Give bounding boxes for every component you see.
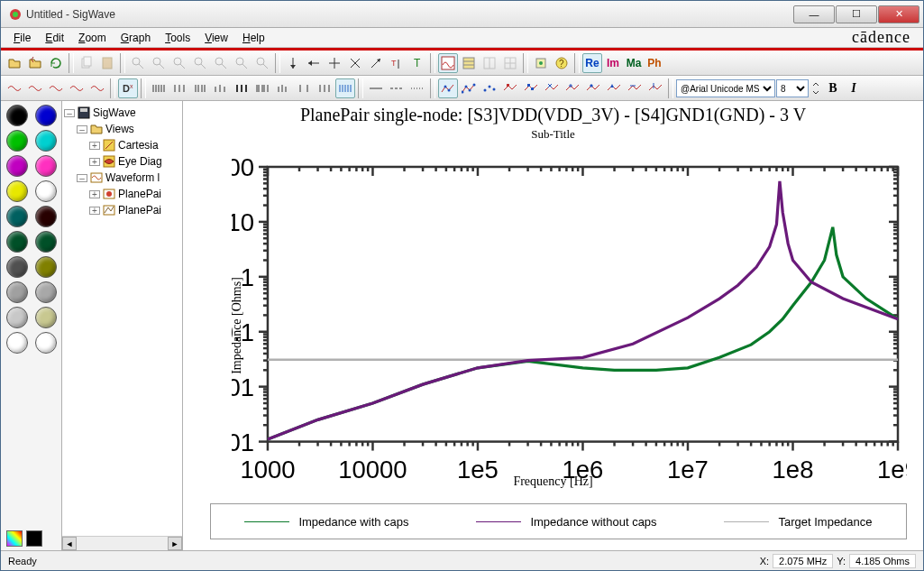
color-swatch-18[interactable] — [6, 332, 28, 354]
zoom-in-icon[interactable] — [128, 53, 148, 73]
bar5-icon[interactable] — [232, 78, 252, 98]
tree-pp2[interactable]: + PlanePai — [64, 202, 180, 218]
color-swatch-7[interactable] — [35, 180, 57, 202]
fontsize-up-icon[interactable] — [810, 78, 822, 98]
tree-views[interactable]: – Views — [64, 121, 180, 137]
color-swatch-19[interactable] — [35, 332, 57, 354]
menu-graph[interactable]: Graph — [114, 30, 158, 46]
zoom-x-icon[interactable] — [190, 53, 210, 73]
wave2-icon[interactable] — [25, 78, 45, 98]
tree-cartesian[interactable]: + Cartesia — [64, 137, 180, 153]
wave5-icon[interactable] — [87, 78, 107, 98]
copy-icon[interactable] — [77, 53, 96, 73]
pts11-icon[interactable] — [645, 78, 665, 98]
color-swatch-16[interactable] — [6, 307, 28, 328]
wave1-icon[interactable] — [5, 78, 24, 98]
real-button[interactable]: Re — [582, 53, 602, 73]
mag-button[interactable]: Ma — [624, 53, 644, 73]
settings-icon[interactable] — [531, 53, 551, 73]
dash3-icon[interactable] — [407, 78, 427, 98]
open-icon[interactable] — [5, 53, 24, 73]
bar7-icon[interactable] — [273, 78, 293, 98]
text-marker-icon[interactable]: T — [407, 53, 427, 73]
zoom-prev-icon[interactable] — [232, 53, 252, 73]
bar10-icon[interactable] — [335, 78, 355, 98]
pts8-icon[interactable] — [583, 78, 603, 98]
phase-button[interactable]: Ph — [645, 53, 664, 73]
color-swatch-15[interactable] — [35, 281, 57, 303]
bar2-icon[interactable] — [169, 78, 189, 98]
color-swatch-12[interactable] — [6, 256, 28, 278]
color-swatch-17[interactable] — [35, 307, 57, 328]
imag-button[interactable]: Im — [603, 53, 623, 73]
wave3-icon[interactable] — [46, 78, 66, 98]
minimize-button[interactable]: — — [793, 5, 835, 23]
pts2-icon[interactable] — [459, 78, 479, 98]
color-swatch-6[interactable] — [6, 180, 28, 202]
marker-left-icon[interactable] — [304, 53, 324, 73]
color-swatch-0[interactable] — [6, 105, 28, 126]
wave4-icon[interactable] — [67, 78, 87, 98]
view-quad-icon[interactable] — [500, 53, 520, 73]
paste-icon[interactable] — [97, 53, 117, 73]
pts5-icon[interactable] — [521, 78, 541, 98]
close-button[interactable]: ✕ — [878, 5, 919, 23]
menu-tools[interactable]: Tools — [158, 30, 197, 46]
scroll-left-icon[interactable]: ◄ — [62, 537, 77, 550]
view-grid-icon[interactable] — [459, 53, 479, 73]
menu-edit[interactable]: Edit — [38, 30, 71, 46]
color-swatch-14[interactable] — [6, 281, 28, 303]
menu-file[interactable]: File — [6, 30, 38, 46]
pts6-icon[interactable] — [542, 78, 562, 98]
menu-view[interactable]: View — [197, 30, 235, 46]
color-swatch-10[interactable] — [6, 231, 28, 253]
bar8-icon[interactable] — [294, 78, 314, 98]
text-marker-up-icon[interactable]: T — [387, 53, 407, 73]
tree-hscroll[interactable]: ◄ ► — [62, 536, 182, 550]
pts7-icon[interactable] — [563, 78, 582, 98]
pts3-icon[interactable] — [480, 78, 499, 98]
font-select[interactable]: @Arial Unicode MS — [676, 79, 775, 97]
pts4-icon[interactable] — [500, 78, 520, 98]
color-swatch-9[interactable] — [35, 206, 57, 227]
tree-eye[interactable]: + Eye Diag — [64, 153, 180, 170]
pts1-icon[interactable] — [438, 78, 458, 98]
color-swatch-5[interactable] — [35, 155, 57, 177]
color-swatch-11[interactable] — [35, 231, 57, 253]
open2-icon[interactable] — [25, 53, 45, 73]
bold-button[interactable]: B — [823, 78, 843, 98]
tree-pp1[interactable]: + PlanePai — [64, 186, 180, 202]
color-swatch-8[interactable] — [6, 206, 28, 227]
color-swatch-2[interactable] — [6, 130, 28, 152]
plot-canvas[interactable]: 0.0010.010.11101001000100001e51e61e71e81… — [232, 153, 907, 492]
marker-x-icon[interactable] — [345, 53, 365, 73]
d-toggle-icon[interactable]: Dx — [118, 78, 138, 98]
refresh-icon[interactable] — [46, 53, 66, 73]
view-wave-icon[interactable] — [438, 53, 458, 73]
dash2-icon[interactable] — [387, 78, 407, 98]
dash1-icon[interactable] — [366, 78, 386, 98]
palette-black-icon[interactable] — [26, 530, 42, 547]
zoom-next-icon[interactable] — [252, 53, 272, 73]
italic-button[interactable]: I — [844, 78, 864, 98]
scroll-right-icon[interactable]: ► — [168, 537, 182, 550]
view-split-icon[interactable] — [480, 53, 499, 73]
color-swatch-4[interactable] — [6, 155, 28, 177]
tree-root[interactable]: – SigWave — [64, 105, 180, 121]
help-icon[interactable]: ? — [552, 53, 572, 73]
tree-waveform[interactable]: – Waveform l — [64, 170, 180, 186]
marker-down-icon[interactable] — [283, 53, 303, 73]
zoom-fit-icon[interactable] — [169, 53, 189, 73]
color-swatch-1[interactable] — [35, 105, 57, 126]
bar9-icon[interactable] — [315, 78, 334, 98]
color-swatch-13[interactable] — [35, 256, 57, 278]
menu-help[interactable]: Help — [235, 30, 272, 46]
zoom-out-icon[interactable] — [149, 53, 169, 73]
pts10-icon[interactable] — [625, 78, 645, 98]
palette-multicolor-icon[interactable] — [6, 530, 23, 547]
bar1-icon[interactable] — [149, 78, 169, 98]
marker-diag-icon[interactable] — [366, 53, 386, 73]
bar4-icon[interactable] — [211, 78, 231, 98]
zoom-y-icon[interactable] — [211, 53, 231, 73]
menu-zoom[interactable]: Zoom — [71, 30, 114, 46]
